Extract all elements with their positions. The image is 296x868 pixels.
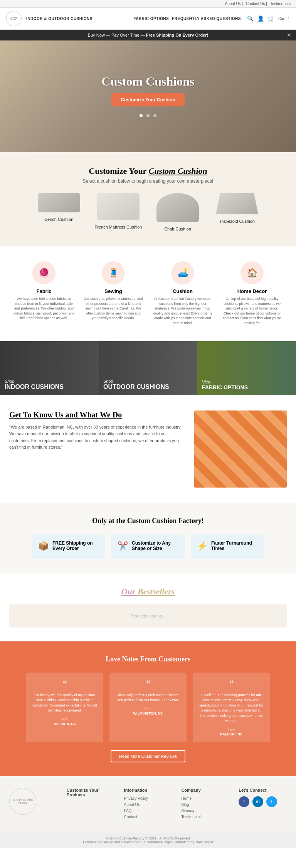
facebook-icon[interactable]: f	[239, 796, 249, 807]
hero-dots	[102, 112, 195, 119]
footer-company-heading: Company	[181, 788, 229, 792]
footer-faq-link[interactable]: FAQ	[124, 809, 172, 813]
hero-dot-1[interactable]	[140, 114, 143, 117]
features-section: 🧶 Fabric We have over 500 unique fabrics…	[0, 246, 296, 341]
credits-text: Ecommerce Design and Development · Ecomm…	[4, 840, 292, 844]
benefit-turnaround-title: Faster Turnaround Times	[211, 540, 258, 551]
review-quote-3: ❝	[199, 679, 264, 690]
shop-indoor-panel[interactable]: Shop INDOOR CUSHIONS	[0, 341, 99, 395]
hero-dot-3[interactable]	[153, 114, 156, 117]
search-icon[interactable]: 🔍	[247, 15, 254, 22]
know-us-image	[194, 410, 287, 488]
feature-homedecor-title: Home Decor	[221, 288, 283, 294]
trapezoid-cushion-img	[216, 193, 258, 214]
review-text-3: Excellent. The ordering process for our …	[199, 693, 264, 724]
reviews-heading: Love Notes From Customers	[9, 655, 287, 663]
customize-heading: Customize Your Custom Cushion	[9, 166, 287, 176]
review-text-1: So happy with the quality of my custom s…	[32, 693, 97, 713]
review-from-2: from WILMINGTON, NC	[116, 707, 180, 715]
nav-fabric[interactable]: FABRIC OPTIONS	[133, 17, 169, 21]
footer-testimonials-link[interactable]: Testimonials	[181, 815, 229, 819]
feature-sewing-title: Sewing	[82, 288, 144, 294]
bestsellers-products: Products loading...	[9, 604, 287, 627]
footer-home-link[interactable]: Home	[181, 796, 229, 801]
cushion-trapezoid[interactable]: Trapezoid Cushion	[212, 193, 262, 232]
cart-icon[interactable]: 🛒	[268, 15, 274, 22]
testimonials-link[interactable]: Testimonials	[270, 2, 291, 6]
footer-col-social: Let's Connect f in t	[239, 788, 287, 821]
hero-cta-button[interactable]: Customize Your Cushion	[111, 93, 185, 106]
know-us-heading: Get To Know Us and What We Do	[9, 410, 185, 419]
nav-faq[interactable]: FREQUENTLY ASKED QUESTIONS	[172, 17, 241, 21]
review-card-2: ❝ Absolutely perfect! Quick communicatio…	[109, 673, 187, 742]
footer-grid: Custom Cushion Factory Customize Your Pr…	[9, 788, 287, 821]
main-nav: INDOOR & OUTDOOR CUSHIONS FABRIC OPTIONS…	[26, 17, 247, 21]
review-from-3: from RALEIGH, NC	[199, 728, 264, 736]
chair-label: Chair Cushion	[164, 227, 191, 231]
footer-privacy-link[interactable]: Privacy Policy	[124, 796, 172, 801]
read-more-reviews-button[interactable]: Read More Customer Reviews	[111, 750, 185, 762]
site-footer: Custom Cushion Factory Customize Your Pr…	[0, 776, 296, 833]
cushion-bench[interactable]: Bench Cushion	[34, 193, 84, 232]
promo-close-button[interactable]: ✕	[287, 32, 291, 38]
review-quote-2: ❝	[116, 679, 180, 690]
review-quote-1: ❝	[32, 679, 97, 690]
footer-info-links: Privacy Policy About Us FAQ Contact	[124, 796, 172, 819]
footer-about-link[interactable]: About Us	[124, 802, 172, 807]
homedecor-icon: 🏠	[240, 261, 264, 284]
shipping-icon: 📦	[38, 541, 49, 551]
hero-dot-2[interactable]	[146, 114, 150, 117]
site-header: CCF INDOOR & OUTDOOR CUSHIONS FABRIC OPT…	[0, 8, 296, 30]
footer-info-heading: Information	[124, 788, 172, 792]
header-icons: 🔍 👤 🛒 Cart: 1	[247, 15, 290, 22]
indoor-content: Shop INDOOR CUSHIONS	[0, 374, 68, 395]
turnaround-icon: ⚡	[197, 541, 207, 551]
cushion-french[interactable]: French Mattress Cushion	[93, 193, 143, 232]
social-icons: f in t	[239, 796, 287, 807]
nav-indoor-outdoor[interactable]: INDOOR & OUTDOOR CUSHIONS	[26, 17, 92, 21]
bench-label: Bench Cushion	[45, 217, 74, 222]
feature-homedecor: 🏠 Home Decor On top of our beautiful hig…	[221, 261, 283, 326]
shop-outdoor-panel[interactable]: Shop OUTDOOR CUSHIONS	[99, 341, 197, 395]
footer-col-company: Company Home Blog Sitemap Testimonials	[181, 788, 229, 821]
benefit-turnaround-text: Faster Turnaround Times	[211, 540, 258, 553]
benefit-shipping: 📦 FREE Shipping on Every Order	[32, 534, 105, 559]
customize-icon: ✂️	[118, 541, 128, 551]
hero-section: Custom Cushions Customize Your Cushion	[0, 40, 296, 152]
footer-blog-link[interactable]: Blog	[181, 802, 229, 807]
contact-link[interactable]: Contact Us	[246, 2, 267, 6]
reviews-grid: ❝ So happy with the quality of my custom…	[9, 673, 287, 742]
benefit-shipping-title: FREE Shipping on Every Order	[52, 540, 99, 551]
cart-count[interactable]: Cart: 1	[278, 17, 290, 21]
feature-cushion-desc: At Custom Cushion Factory we make cushio…	[152, 296, 214, 326]
review-card-1: ❝ So happy with the quality of my custom…	[26, 673, 103, 742]
footer-sitemap-link[interactable]: Sitemap	[181, 809, 229, 813]
fabric-sub: View	[202, 380, 248, 384]
linkedin-icon[interactable]: in	[252, 796, 263, 807]
bestsellers-heading: Our Bestsellers	[9, 587, 287, 597]
indoor-title: INDOOR CUSHIONS	[5, 384, 64, 390]
footer-contact-link[interactable]: Contact	[124, 815, 172, 819]
user-icon[interactable]: 👤	[257, 15, 264, 22]
promo-text: Buy Now — Pay Over Time —	[88, 33, 146, 37]
review-text-2: Absolutely perfect! Quick communication …	[116, 693, 180, 703]
french-label: French Mattress Cushion	[95, 225, 142, 229]
know-us-paragraph: "We are based in Randleman, NC, with ove…	[9, 424, 185, 451]
features-grid: 🧶 Fabric We have over 500 unique fabrics…	[9, 261, 287, 326]
hero-content: Custom Cushions Customize Your Cushion	[102, 74, 195, 119]
cushion-chair[interactable]: Chair Cushion	[153, 193, 203, 232]
about-link[interactable]: About Us	[225, 2, 243, 6]
shop-fabric-panel[interactable]: View FABRIC OPTIONS	[197, 341, 296, 395]
feature-cushion-title: Cushion	[152, 288, 214, 294]
reviews-section: Love Notes From Customers ❝ So happy wit…	[0, 641, 296, 776]
outdoor-title: OUTDOOR CUSHIONS	[103, 384, 169, 390]
footer-social-heading: Let's Connect	[239, 788, 287, 792]
benefits-row: 📦 FREE Shipping on Every Order ✂️ Custom…	[9, 534, 287, 559]
promo-bar: Buy Now — Pay Over Time — Free Shipping …	[0, 30, 296, 40]
hero-title: Custom Cushions	[102, 74, 195, 89]
benefit-turnaround: ⚡ Faster Turnaround Times	[191, 534, 264, 559]
twitter-icon[interactable]: t	[266, 796, 277, 807]
site-logo[interactable]: CCF	[6, 11, 22, 26]
feature-sewing-desc: Our cushions, pillows, mattresses, and o…	[82, 296, 144, 321]
footer-company-links: Home Blog Sitemap Testimonials	[181, 796, 229, 819]
